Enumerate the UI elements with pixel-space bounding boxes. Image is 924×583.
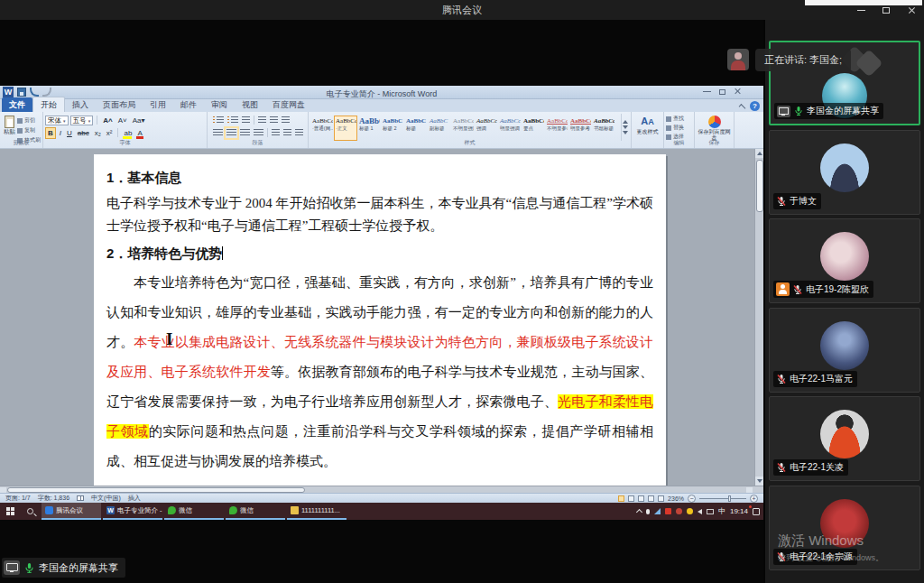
ribbon-tab-文件[interactable]: 文件 bbox=[2, 97, 32, 112]
style-不明显参考[interactable]: AaBbCcD不明显参考 bbox=[545, 116, 568, 141]
ribbon-tab-视图[interactable]: 视图 bbox=[235, 97, 265, 112]
web-layout-view-icon[interactable] bbox=[638, 495, 644, 502]
font-button-1[interactable]: I bbox=[58, 128, 63, 138]
zoom-slider[interactable] bbox=[699, 498, 746, 499]
change-case-button[interactable]: Aa▾ bbox=[131, 116, 147, 125]
save-to-baidu-button[interactable]: 保存到百度网盘 保存 bbox=[695, 112, 735, 148]
align-center-icon[interactable] bbox=[226, 129, 236, 137]
participant-tile-电子19-2陈盟欣[interactable]: 电子19-2陈盟欣 bbox=[769, 218, 920, 303]
zoom-out-button[interactable]: − bbox=[688, 495, 696, 503]
participant-tile-于博文[interactable]: 于博文 bbox=[769, 130, 920, 215]
style-正文[interactable]: AaBbCcDd·正文 bbox=[334, 116, 357, 141]
taskbar-item-folder[interactable]: 1111111111... bbox=[287, 503, 346, 520]
participant-tile-电子22-1关凌[interactable]: 电子22-1关凌 bbox=[769, 396, 920, 481]
tray-mic-icon[interactable] bbox=[646, 509, 650, 514]
ribbon-tab-邮件[interactable]: 邮件 bbox=[173, 97, 204, 112]
word-restore-button[interactable] bbox=[719, 89, 725, 95]
word-minimize-button[interactable] bbox=[703, 91, 711, 92]
increase-indent-icon[interactable] bbox=[270, 116, 278, 125]
style-标题[interactable]: AaBbC标题 bbox=[404, 116, 428, 141]
ribbon-tab-审阅[interactable]: 审阅 bbox=[204, 97, 235, 112]
font-button-4[interactable]: x₂ bbox=[93, 128, 103, 138]
vertical-scroll-thumb[interactable] bbox=[756, 160, 763, 212]
horizontal-scrollbar[interactable] bbox=[0, 486, 763, 493]
document-page[interactable]: 1．基本信息电子科学与技术专业于 2004 年开始招收第一届本科生，本专业具有“… bbox=[94, 154, 666, 486]
tray-app-red-icon[interactable] bbox=[665, 508, 671, 514]
shrink-font-button[interactable]: A˅ bbox=[116, 116, 129, 125]
zoom-level[interactable]: 236% bbox=[668, 495, 684, 502]
zoom-in-button[interactable]: + bbox=[750, 495, 758, 503]
tray-device-icon[interactable] bbox=[707, 509, 714, 514]
gallery-down-icon[interactable] bbox=[623, 125, 628, 129]
share-indicator[interactable]: 李国金的屏幕共享 bbox=[2, 558, 125, 578]
tray-app-red2-icon[interactable] bbox=[676, 508, 682, 514]
taskbar-item-word[interactable]: W电子专业简介 - Micr... bbox=[103, 503, 162, 520]
print-layout-view-icon[interactable] bbox=[618, 495, 624, 502]
tray-volume-icon[interactable] bbox=[698, 509, 702, 514]
action-center-icon[interactable] bbox=[753, 508, 760, 515]
decrease-indent-icon[interactable] bbox=[258, 116, 266, 125]
align-right-icon[interactable] bbox=[240, 129, 250, 137]
document-area[interactable]: 1．基本信息电子科学与技术专业于 2004 年开始招收第一届本科生，本专业具有“… bbox=[0, 149, 763, 486]
input-language-indicator[interactable]: 中 bbox=[718, 506, 725, 516]
multilevel-list-icon[interactable] bbox=[242, 116, 250, 125]
style-要点[interactable]: AaBbCcD要点 bbox=[522, 116, 545, 141]
help-icon[interactable]: ? bbox=[750, 101, 760, 111]
draft-view-icon[interactable] bbox=[658, 495, 664, 502]
tray-network-icon[interactable] bbox=[654, 508, 661, 514]
word-close-button[interactable] bbox=[734, 88, 742, 96]
line-spacing-icon[interactable] bbox=[272, 129, 280, 137]
taskbar-clock[interactable]: 19:14 bbox=[730, 507, 748, 515]
ribbon-tab-百度网盘[interactable]: 百度网盘 bbox=[265, 97, 312, 112]
borders-icon[interactable] bbox=[295, 129, 303, 137]
outline-view-icon[interactable] bbox=[648, 495, 654, 502]
language-indicator[interactable]: 中文(中国) bbox=[91, 494, 121, 503]
style-标题2[interactable]: AaBbC标题 2 bbox=[381, 116, 404, 141]
word-count[interactable]: 字数: 1,836 bbox=[38, 494, 69, 503]
ribbon-tab-页面布局[interactable]: 页面布局 bbox=[96, 97, 143, 112]
shading-icon[interactable] bbox=[283, 129, 291, 137]
editing-item-替换[interactable]: 替换 bbox=[666, 124, 692, 132]
taskbar-item-wechat[interactable]: 微信 bbox=[226, 503, 285, 520]
font-size-combobox[interactable]: 五号 ▾ bbox=[70, 116, 94, 125]
gallery-up-icon[interactable] bbox=[623, 120, 628, 124]
fullscreen-view-icon[interactable] bbox=[628, 495, 634, 502]
font-name-combobox[interactable]: 宋体 ▾ bbox=[45, 116, 69, 125]
vertical-scrollbar[interactable] bbox=[754, 149, 763, 486]
justify-icon[interactable] bbox=[254, 129, 263, 137]
participant-tile-电子22-1马富元[interactable]: 电子22-1马富元 bbox=[769, 308, 920, 393]
scroll-up-button[interactable] bbox=[755, 149, 763, 158]
gallery-more-icon[interactable] bbox=[623, 131, 628, 134]
align-left-icon[interactable] bbox=[213, 129, 223, 137]
style-副标题[interactable]: AaBbC副标题 bbox=[428, 116, 451, 141]
collapse-ribbon-icon[interactable] bbox=[739, 104, 746, 111]
page-indicator[interactable]: 页面: 1/7 bbox=[5, 494, 31, 503]
scroll-down-button[interactable] bbox=[755, 477, 763, 486]
taskbar-item-wechat[interactable]: 微信 bbox=[164, 503, 224, 520]
style-明显强调[interactable]: AaBbCcDc明显强调 bbox=[498, 116, 522, 141]
ribbon-tab-引用[interactable]: 引用 bbox=[143, 97, 173, 112]
grow-font-button[interactable]: A˄ bbox=[101, 116, 114, 125]
style-标题1[interactable]: AaBbC标题 1 bbox=[357, 116, 381, 141]
bullets-icon[interactable] bbox=[213, 116, 224, 125]
taskbar-item-meeting[interactable]: 腾讯会议 bbox=[42, 503, 101, 520]
style-不明显强调[interactable]: AaBbCcDc不明显强调 bbox=[451, 116, 475, 141]
taskbar-search-button[interactable] bbox=[20, 503, 40, 520]
style-gallery-scroll[interactable] bbox=[621, 114, 629, 141]
ribbon-tab-开始[interactable]: 开始 bbox=[32, 97, 65, 112]
font-color-button[interactable]: A bbox=[135, 129, 143, 137]
font-button-3[interactable]: abc bbox=[76, 128, 91, 138]
sort-icon[interactable] bbox=[282, 116, 290, 125]
insert-mode-indicator[interactable]: 插入 bbox=[128, 494, 141, 503]
font-button-2[interactable]: U bbox=[65, 128, 74, 138]
proofing-icon[interactable] bbox=[77, 495, 84, 501]
zoom-slider-thumb[interactable] bbox=[728, 495, 731, 502]
font-button-0[interactable]: B bbox=[45, 127, 56, 139]
style-书籍标题[interactable]: AaBbCcI书籍标题 bbox=[592, 116, 615, 141]
numbering-icon[interactable] bbox=[227, 116, 238, 125]
participant-tile-电子22-1余宗源[interactable]: 电子22-1余宗源 bbox=[769, 486, 920, 570]
paste-button[interactable]: 粘贴 bbox=[2, 114, 17, 141]
style-普通网[interactable]: AaBbCcDc·普通(网... bbox=[310, 116, 334, 141]
clipboard-item-剪切[interactable]: 剪切 bbox=[17, 116, 41, 125]
tray-security-icon[interactable] bbox=[687, 508, 693, 514]
